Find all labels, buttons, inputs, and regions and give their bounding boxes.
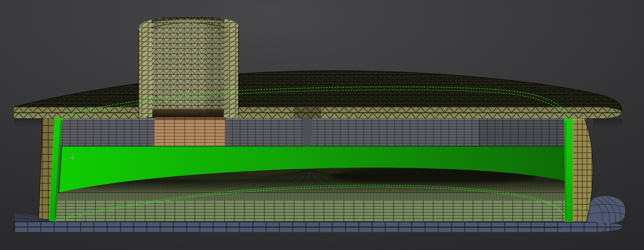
- hub-top-dark-row: [155, 117, 226, 120]
- right-wall-top-highlight: [573, 119, 586, 120]
- band-refined-shade: [294, 108, 321, 119]
- plate-top-seam: [15, 222, 596, 222]
- viewport-3d[interactable]: [0, 0, 644, 250]
- plate-row-divider: [15, 227, 621, 228]
- rim-band-coarse-rows[interactable]: [55, 201, 565, 222]
- base-plate-top-right[interactable]: [587, 196, 625, 223]
- rim-band-fine-rows[interactable]: [55, 193, 565, 201]
- cylinder-inner-shade: [206, 22, 228, 114]
- lower-disc-rim-band[interactable]: [55, 193, 565, 222]
- overhang-shadow-left: [14, 119, 46, 128]
- overhang-shadow-right: [593, 119, 622, 129]
- center-boss-cylinder[interactable]: [139, 17, 238, 119]
- inner-cylinder-wall[interactable]: [61, 119, 565, 146]
- base-plate[interactable]: [15, 222, 622, 233]
- lower-disc-margin-rings: [56, 179, 565, 193]
- hub-cross-section-block[interactable]: [155, 117, 226, 146]
- selected-strip-right[interactable]: [565, 119, 573, 222]
- inner-wall-right-shade: [478, 119, 565, 146]
